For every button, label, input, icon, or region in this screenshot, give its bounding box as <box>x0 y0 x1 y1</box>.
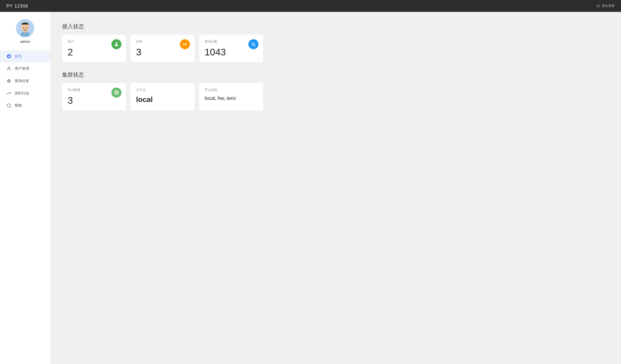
node-count-value: 3 <box>68 96 121 105</box>
tasks-card-icon <box>180 39 190 49</box>
svg-point-11 <box>8 67 10 69</box>
cluster-status-section: 集群状态 节点数量 3 <box>62 71 609 111</box>
infinity-circle-icon <box>182 42 188 47</box>
home-icon <box>6 54 11 59</box>
logout-icon <box>597 4 601 8</box>
logout-label: 退出登录 <box>602 4 615 8</box>
access-status-cards: 用户 2 任务 3 <box>62 35 609 62</box>
svg-line-13 <box>10 107 11 107</box>
sidebar-query-tasks-label: 查询任务 <box>15 79 29 83</box>
svg-rect-6 <box>21 24 29 26</box>
tasks-card-value: 3 <box>136 47 189 57</box>
sidebar-item-help[interactable]: 帮助 <box>0 99 50 112</box>
node-list-value: local, hw, tenc <box>205 96 258 101</box>
svg-point-9 <box>26 27 27 28</box>
sidebar-realtime-log-label: 实时日志 <box>15 91 29 96</box>
username: admin <box>20 40 30 44</box>
svg-point-14 <box>116 42 117 44</box>
user-management-icon <box>6 66 11 71</box>
svg-line-16 <box>254 45 256 46</box>
node-count-card: 节点数量 3 <box>62 83 126 111</box>
content-area: 接入状态 用户 2 任务 3 <box>50 12 621 364</box>
access-status-section: 接入状态 用户 2 任务 3 <box>62 23 609 62</box>
search-circle-icon <box>251 42 256 47</box>
sidebar: admin 首页 <box>0 12 50 364</box>
queries-card: 查询次数 1043 <box>199 35 263 62</box>
access-status-title: 接入状态 <box>62 23 609 30</box>
queries-card-icon <box>248 39 259 49</box>
help-icon <box>6 103 11 108</box>
users-card-value: 2 <box>68 47 121 57</box>
realtime-log-icon <box>6 91 11 96</box>
globe-icon <box>114 90 119 95</box>
node-list-card: 节点列表 local, hw, tenc <box>199 83 263 111</box>
node-list-label: 节点列表 <box>205 88 258 92</box>
logout-button[interactable]: 退出登录 <box>597 4 615 8</box>
nav-menu: 首页 用户管理 查询 <box>0 50 50 112</box>
app-title: PY 12306 <box>6 3 28 9</box>
users-card: 用户 2 <box>62 35 126 62</box>
sidebar-home-label: 首页 <box>15 54 22 59</box>
master-node-label: 主节点 <box>136 88 189 92</box>
master-node-value: local <box>136 96 189 103</box>
cluster-status-cards: 节点数量 3 主节点 local <box>62 83 609 111</box>
cluster-status-title: 集群状态 <box>62 71 609 79</box>
sidebar-help-label: 帮助 <box>15 103 22 108</box>
tasks-card: 任务 3 <box>131 35 194 62</box>
query-tasks-icon <box>6 79 11 83</box>
top-header: PY 12306 退出登录 <box>0 0 621 12</box>
sidebar-item-query-tasks[interactable]: 查询任务 <box>0 75 50 87</box>
users-card-icon <box>111 39 121 49</box>
node-count-icon <box>111 88 121 98</box>
avatar <box>16 19 34 37</box>
queries-card-value: 1043 <box>205 47 258 57</box>
avatar-image <box>17 20 33 36</box>
sidebar-item-user-management[interactable]: 用户管理 <box>0 63 50 75</box>
svg-point-8 <box>23 27 24 28</box>
main-layout: admin 首页 <box>0 12 621 364</box>
sidebar-item-realtime-log[interactable]: 实时日志 <box>0 87 50 99</box>
master-node-card: 主节点 local <box>131 83 194 111</box>
svg-point-15 <box>252 43 254 45</box>
sidebar-user-management-label: 用户管理 <box>15 66 29 71</box>
sidebar-item-home[interactable]: 首页 <box>0 50 50 63</box>
user-circle-icon <box>114 42 119 47</box>
avatar-container: admin <box>16 19 34 44</box>
